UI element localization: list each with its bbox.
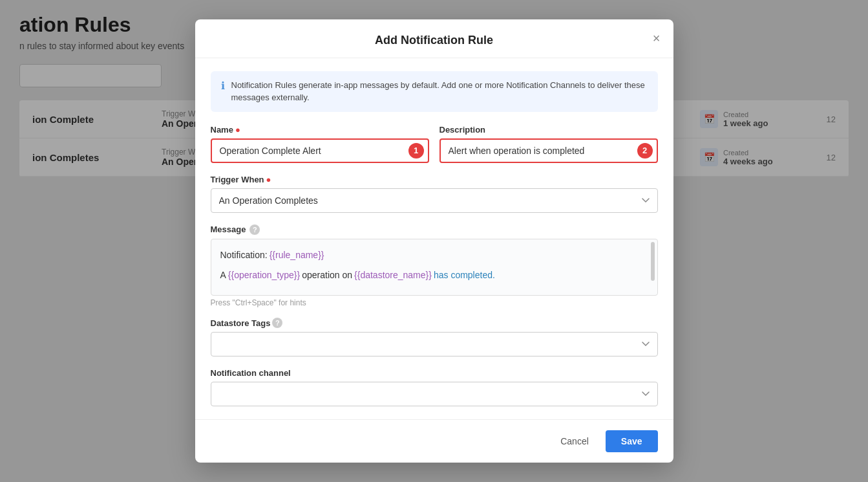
info-banner-text: Notification Rules generate in-app messa… <box>231 79 648 104</box>
help-icon[interactable]: ? <box>272 318 282 328</box>
trigger-select[interactable]: An Operation Completes <box>211 188 658 213</box>
modal-header: Add Notification Rule × <box>195 19 673 58</box>
required-star: ● <box>266 175 271 184</box>
description-input[interactable] <box>439 138 658 163</box>
message-editor[interactable]: Notification: {{rule_name}} A {{operatio… <box>211 239 658 296</box>
close-button[interactable]: × <box>653 32 661 45</box>
datastore-tags-label: Datastore Tags ? <box>211 318 658 328</box>
save-button[interactable]: Save <box>606 430 658 452</box>
trigger-field-group: Trigger When ● An Operation Completes <box>211 175 658 213</box>
info-icon: ℹ <box>221 80 225 92</box>
message-field-group: Message ? Notification: {{rule_name}} A … <box>211 225 658 307</box>
trigger-label: Trigger When ● <box>211 175 658 184</box>
message-hint: Press "Ctrl+Space" for hints <box>211 298 658 307</box>
scrollbar <box>651 242 655 281</box>
name-description-row: Name ● 1 Description 2 <box>211 125 658 163</box>
add-notification-rule-modal: Add Notification Rule × ℹ Notification R… <box>195 19 673 463</box>
datastore-tags-select[interactable] <box>211 332 658 356</box>
notification-channel-label: Notification channel <box>211 368 658 378</box>
required-star: ● <box>235 125 240 135</box>
name-input[interactable] <box>211 138 429 163</box>
modal-body: ℹ Notification Rules generate in-app mes… <box>195 58 673 419</box>
message-line-1: Notification: {{rule_name}} <box>220 247 648 263</box>
description-label: Description <box>439 125 658 135</box>
message-label: Message ? <box>211 225 658 235</box>
modal-footer: Cancel Save <box>195 419 673 463</box>
notification-channel-select[interactable] <box>211 382 658 406</box>
name-input-wrapper: 1 <box>211 138 429 163</box>
name-label: Name ● <box>211 125 429 135</box>
datastore-tags-field-group: Datastore Tags ? <box>211 318 658 356</box>
step-1-badge: 1 <box>408 143 424 159</box>
notification-channel-field-group: Notification channel <box>211 368 658 406</box>
help-icon[interactable]: ? <box>249 225 260 235</box>
description-input-wrapper: 2 <box>439 138 658 163</box>
info-banner: ℹ Notification Rules generate in-app mes… <box>211 71 658 112</box>
name-field-group: Name ● 1 <box>211 125 429 163</box>
modal-overlay: Add Notification Rule × ℹ Notification R… <box>0 0 868 482</box>
description-field-group: Description 2 <box>439 125 658 163</box>
cancel-button[interactable]: Cancel <box>550 430 599 452</box>
modal-title: Add Notification Rule <box>375 34 493 47</box>
message-line-2: A {{operation_type}} operation on {{data… <box>220 267 648 283</box>
step-2-badge: 2 <box>637 143 653 159</box>
